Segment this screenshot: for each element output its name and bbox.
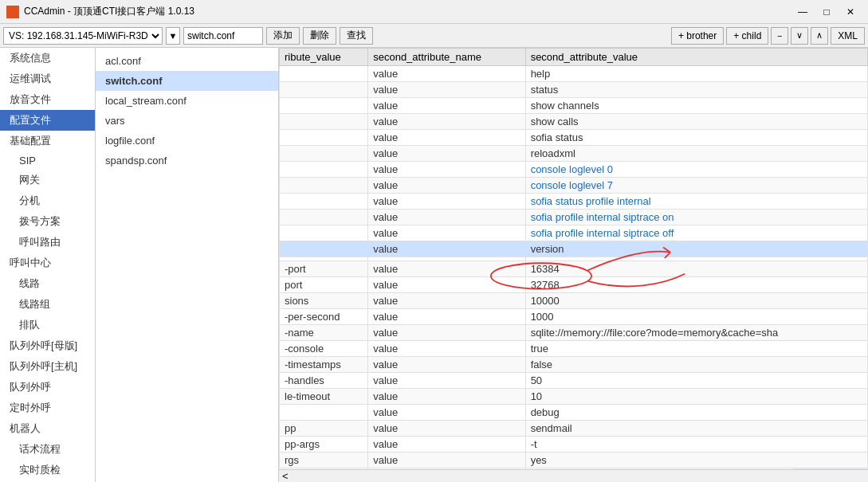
sidebar-item[interactable]: 网关	[0, 170, 95, 190]
table-row[interactable]: valueconsole loglevel 0	[280, 162, 868, 178]
table-cell: 1000	[525, 309, 867, 325]
sidebar-item[interactable]: 运维调试	[0, 69, 95, 89]
table-cell: -console	[280, 341, 368, 357]
table-cell	[280, 194, 368, 210]
table-row[interactable]: -timestampsvaluefalse	[280, 357, 868, 373]
sidebar-item[interactable]: 队列外呼[母版]	[0, 335, 95, 356]
table-cell: -timestamps	[280, 357, 368, 373]
delete-button[interactable]: 删除	[303, 27, 336, 45]
sidebar-item[interactable]: 放音文件	[0, 89, 95, 110]
table-cell: sions	[280, 293, 368, 309]
table-row[interactable]: valueshow channels	[280, 98, 868, 114]
table-cell: rgs	[280, 453, 368, 468]
table-cell: value	[368, 162, 525, 178]
table-cell: value	[368, 130, 525, 146]
sidebar-item[interactable]: 定时外呼	[0, 398, 95, 418]
table-row[interactable]: valuesofia status profile internal	[280, 194, 868, 210]
scroll-bar[interactable]: <	[279, 469, 868, 482]
table-cell	[280, 162, 368, 178]
add-button[interactable]: 添加	[266, 27, 300, 45]
table-row[interactable]: le-timeoutvalue10	[280, 389, 868, 405]
file-item[interactable]: local_stream.conf	[96, 91, 278, 111]
minus-button[interactable]: −	[771, 27, 788, 45]
table-cell: -handles	[280, 373, 368, 389]
table-cell: show calls	[525, 114, 867, 130]
sidebar-item[interactable]: 实时质检	[0, 460, 95, 480]
server-select[interactable]: VS: 192.168.31.145-MiWiFi-R3D-srv<tes	[3, 27, 163, 45]
file-item[interactable]: vars	[96, 111, 278, 131]
sidebar-item[interactable]: 配置文件	[0, 110, 95, 131]
table-cell: value	[368, 293, 525, 309]
table-cell: value	[368, 241, 525, 257]
file-panel: acl.confswitch.conflocal_stream.confvars…	[96, 48, 279, 482]
table-row[interactable]: valuereloadxml	[280, 146, 868, 162]
sidebar-item[interactable]: 系统信息	[0, 48, 95, 69]
table-cell	[280, 405, 368, 421]
table-row[interactable]: valuehelp	[280, 66, 868, 82]
table-row[interactable]: valuestatus	[280, 82, 868, 98]
table-row[interactable]: ppvaluesendmail	[280, 421, 868, 437]
sidebar-item[interactable]: 队列外呼[主机]	[0, 356, 95, 377]
sidebar-item[interactable]: 基础配置	[0, 131, 95, 151]
table-cell: sofia status profile internal	[525, 194, 867, 210]
table-row[interactable]: -consolevaluetrue	[280, 341, 868, 357]
table-row[interactable]: sionsvalue10000	[280, 293, 868, 309]
sidebar-item[interactable]: 呼叫路由	[0, 232, 95, 253]
file-item[interactable]: acl.conf	[96, 51, 278, 71]
table-cell	[280, 130, 368, 146]
table-cell: sofia profile internal siptrace on	[525, 210, 867, 225]
xml-button[interactable]: XML	[831, 27, 865, 45]
conf-input[interactable]	[183, 27, 263, 45]
file-item[interactable]: spandsp.conf	[96, 151, 278, 170]
table-row[interactable]: valuesofia status	[280, 130, 868, 146]
table-row[interactable]: pp-argsvalue-t	[280, 437, 868, 453]
sidebar-item[interactable]: 队列外呼	[0, 377, 95, 398]
table-row[interactable]: -per-secondvalue1000	[280, 309, 868, 325]
table-cell	[280, 114, 368, 130]
down-button[interactable]: ∨	[791, 27, 808, 45]
sidebar-item[interactable]: 线路	[0, 273, 95, 294]
table-cell: value	[368, 405, 525, 421]
table-row[interactable]: valuedebug	[280, 405, 868, 421]
table-row[interactable]: valuesofia profile internal siptrace off	[280, 225, 868, 241]
table-cell: false	[525, 357, 867, 373]
table-cell: value	[368, 178, 525, 194]
sidebar-item[interactable]: 拨号方案	[0, 211, 95, 232]
sidebar-item[interactable]: 分机	[0, 190, 95, 211]
table-cell: 16384	[525, 261, 867, 277]
table-cell: value	[368, 389, 525, 405]
file-item[interactable]: logfile.conf	[96, 131, 278, 151]
scroll-left-icon[interactable]: <	[282, 470, 289, 482]
search-button[interactable]: 查找	[340, 27, 373, 45]
table-row[interactable]: -handlesvalue50	[280, 373, 868, 389]
table-cell: -name	[280, 325, 368, 341]
sidebar-item[interactable]: 话术流程	[0, 439, 95, 460]
sidebar-item[interactable]: 线路组	[0, 294, 95, 315]
sidebar-item[interactable]: 排队	[0, 315, 95, 335]
table-row[interactable]: -portvalue16384	[280, 261, 868, 277]
content-panel[interactable]: ribute_value second_attribute_name secon…	[279, 48, 868, 482]
table-cell: show channels	[525, 98, 867, 114]
up-button[interactable]: ∧	[811, 27, 828, 45]
file-item[interactable]: switch.conf	[96, 71, 278, 91]
table-row[interactable]: portvalue32768	[280, 277, 868, 293]
child-button[interactable]: + child	[726, 27, 768, 45]
table-row[interactable]: valuesofia profile internal siptrace on	[280, 210, 868, 225]
table-row[interactable]: valueshow calls	[280, 114, 868, 130]
sidebar-item[interactable]: 机器人	[0, 418, 95, 439]
table-row[interactable]: -namevaluesqlite://memory://file:core?mo…	[280, 325, 868, 341]
minimize-button[interactable]: —	[791, 4, 814, 20]
table-row[interactable]: valueconsole loglevel 7	[280, 178, 868, 194]
brother-button[interactable]: + brother	[671, 27, 724, 45]
table-cell: -per-second	[280, 309, 368, 325]
table-cell: 50	[525, 373, 867, 389]
server-dropdown-arrow[interactable]: ▼	[166, 27, 180, 45]
sidebar-item[interactable]: 呼叫中心	[0, 253, 95, 273]
table-row[interactable]: rgsvalueyes	[280, 453, 868, 468]
table-cell	[280, 178, 368, 194]
sidebar-item[interactable]: SIP	[0, 151, 95, 170]
maximize-button[interactable]: □	[815, 4, 838, 20]
table-cell: 32768	[525, 277, 867, 293]
close-button[interactable]: ✕	[839, 4, 862, 20]
table-row[interactable]: valueversion	[280, 241, 868, 257]
